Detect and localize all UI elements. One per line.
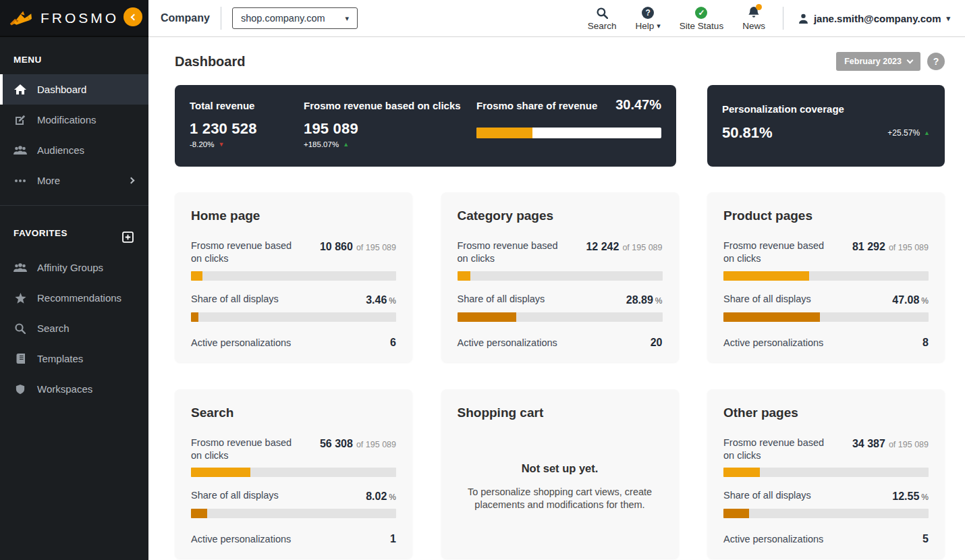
card-title: Other pages — [723, 405, 929, 420]
revenue-kpi-card: Total revenue 1 230 528 -8.20% ▼ Frosmo … — [175, 85, 676, 167]
sidebar-item-templates[interactable]: Templates — [0, 343, 148, 374]
revenue-value: 81 292 — [852, 241, 885, 252]
frosmo-revenue-label: Frosmo revenue based on clicks — [304, 100, 476, 111]
card-home-page: Home page Frosmo revenue based on clicks… — [175, 192, 412, 362]
caret-down-icon: ▾ — [346, 14, 350, 23]
revenue-progress-fill — [723, 468, 760, 477]
revenue-progress-fill — [191, 468, 250, 477]
topnav-news[interactable]: News — [742, 5, 765, 31]
favorites-section-header: FAVORITES — [0, 206, 148, 252]
active-personalizations-label: Active personalizations — [191, 337, 291, 348]
logo-band: FROSMO — [0, 0, 148, 37]
revenue-value: 56 308 — [320, 438, 353, 449]
frosmo-logo[interactable]: FROSMO — [9, 10, 119, 26]
sidebar-item-label: Templates — [37, 353, 83, 364]
add-favorite-button[interactable] — [122, 231, 134, 243]
total-revenue-value: 1 230 528 — [190, 120, 304, 138]
revenue-progress-fill — [191, 271, 202, 281]
revenue-total: 195 089 — [632, 243, 662, 252]
trend-up-icon: ▲ — [924, 130, 930, 136]
company-label: Company — [161, 12, 210, 24]
topnav-label: Help — [636, 21, 655, 31]
card-title: Home page — [191, 208, 396, 223]
card-category-pages: Category pages Frosmo revenue based on c… — [441, 192, 679, 362]
shield-icon — [13, 384, 27, 395]
card-shopping-cart: Shopping cart Not set up yet. To persona… — [441, 389, 679, 559]
main-content: Dashboard February 2023 ? Total revenue … — [148, 37, 965, 560]
sidebar-item-label: Audiences — [37, 144, 84, 156]
sidebar-item-search[interactable]: Search — [0, 313, 148, 343]
topnav-site-status[interactable]: ✓ Site Status — [680, 5, 723, 31]
user-email: jane.smith@company.com — [814, 13, 941, 24]
total-revenue-delta: -8.20% — [190, 140, 214, 148]
users-icon — [13, 263, 27, 273]
share-progress — [458, 312, 663, 322]
sidebar-item-recommendations[interactable]: Recommendations — [0, 283, 148, 313]
sidebar-item-label: Workspaces — [37, 383, 92, 395]
sidebar-item-label: Modifications — [37, 114, 96, 125]
sidebar-item-affinity-groups[interactable]: Affinity Groups — [0, 252, 148, 283]
share-progress-fill — [723, 312, 820, 322]
revenue-progress-fill — [723, 271, 809, 281]
sidebar-collapse-button[interactable] — [123, 7, 142, 26]
card-product-pages: Product pages Frosmo revenue based on cl… — [707, 192, 945, 362]
active-personalizations-label: Active personalizations — [723, 337, 823, 348]
main-menu: Dashboard Modifications Audiences More — [0, 74, 148, 196]
topnav-label: Search — [588, 21, 617, 31]
revenue-progress — [191, 468, 396, 477]
share-progress-fill — [458, 312, 517, 322]
logo-text: FROSMO — [40, 10, 119, 26]
revenue-total: 195 089 — [898, 440, 929, 449]
sidebar-item-audiences[interactable]: Audiences — [0, 135, 148, 165]
topnav-search[interactable]: Search — [588, 5, 617, 31]
topnav-help[interactable]: ? Help ▾ — [636, 5, 661, 31]
sidebar-item-label: Dashboard — [37, 84, 86, 95]
share-progress — [191, 509, 396, 518]
person-icon — [798, 13, 808, 24]
personalization-coverage-card: Personalization coverage 50.81% +25.57% … — [707, 85, 945, 167]
users-icon — [13, 146, 27, 155]
period-label: February 2023 — [844, 57, 902, 66]
revenue-progress — [723, 271, 929, 281]
site-selector-value: shop.company.com — [241, 13, 325, 24]
check-circle-icon: ✓ — [695, 5, 707, 19]
revenue-total: 195 089 — [366, 243, 396, 252]
revenue-value: 34 387 — [852, 438, 885, 449]
bell-icon — [748, 5, 760, 19]
personalization-coverage-value: 50.81% — [722, 124, 773, 142]
home-icon — [13, 84, 27, 95]
share-value: 3.46 — [366, 294, 387, 306]
sidebar-item-modifications[interactable]: Modifications — [0, 105, 148, 135]
empty-state-message: To personalize shopping cart views, crea… — [462, 486, 659, 512]
active-personalizations-label: Active personalizations — [723, 534, 823, 544]
sidebar-item-label: Affinity Groups — [37, 262, 103, 273]
sidebar-item-workspaces[interactable]: Workspaces — [0, 374, 148, 404]
caret-down-icon: ▾ — [946, 14, 950, 23]
sidebar-item-label: More — [37, 175, 60, 186]
topbar-nav: Search ? Help ▾ ✓ Site Status News — [588, 5, 765, 31]
share-value: 47.08 — [892, 294, 919, 306]
share-of-revenue-label: Frosmo share of revenue — [476, 100, 597, 111]
revenue-value: 10 860 — [320, 241, 353, 252]
fox-logo-icon — [9, 10, 34, 26]
period-selector-button[interactable]: February 2023 — [836, 52, 920, 71]
plus-square-icon — [122, 231, 134, 243]
share-metric-label: Share of all displays — [458, 293, 568, 306]
sidebar-item-more[interactable]: More — [0, 165, 148, 196]
site-selector[interactable]: shop.company.com ▾ — [232, 7, 358, 29]
topnav-label: Site Status — [680, 21, 723, 31]
edit-icon — [13, 115, 27, 125]
search-icon — [597, 5, 608, 19]
topnav-label: News — [742, 21, 765, 31]
revenue-progress — [458, 271, 663, 281]
sidebar-item-dashboard[interactable]: Dashboard — [0, 74, 148, 105]
user-menu[interactable]: jane.smith@company.com ▾ — [783, 7, 950, 30]
revenue-metric-label: Frosmo revenue based on clicks — [191, 240, 302, 265]
card-title: Product pages — [723, 208, 929, 223]
revenue-metric-label: Frosmo revenue based on clicks — [723, 437, 834, 462]
active-personalizations-value: 6 — [390, 337, 396, 349]
sidebar: FROSMO MENU Dashboard Modifications Audi… — [0, 0, 148, 560]
card-other-pages: Other pages Frosmo revenue based on clic… — [707, 389, 945, 559]
page-help-button[interactable]: ? — [927, 53, 945, 70]
kpi-row: Total revenue 1 230 528 -8.20% ▼ Frosmo … — [175, 85, 945, 167]
